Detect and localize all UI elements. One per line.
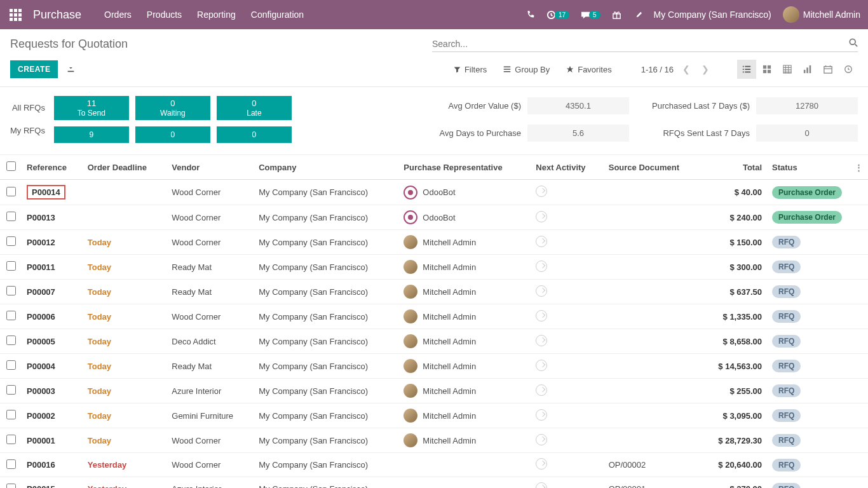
- dash-metric-value[interactable]: 4350.1: [527, 97, 629, 114]
- row-activity[interactable]: [531, 280, 603, 304]
- col-status-h[interactable]: Status: [767, 155, 850, 180]
- table-row[interactable]: P00014Wood CornerMy Company (San Francis…: [0, 180, 868, 205]
- table-row[interactable]: P00012TodayWood CornerMy Company (San Fr…: [0, 230, 868, 255]
- row-activity[interactable]: [531, 304, 603, 329]
- table-row[interactable]: P00016YesterdayWood CornerMy Company (Sa…: [0, 453, 868, 477]
- search-icon[interactable]: [849, 38, 858, 49]
- clock-icon: [536, 434, 547, 445]
- dash-metric-value[interactable]: 5.6: [527, 125, 629, 142]
- dash-metric-value[interactable]: 12780: [756, 97, 858, 114]
- svg-rect-6: [768, 70, 771, 73]
- search-input[interactable]: [432, 39, 849, 49]
- row-activity[interactable]: [531, 329, 603, 354]
- table-row[interactable]: P00005TodayDeco AddictMy Company (San Fr…: [0, 329, 868, 354]
- nav-orders[interactable]: Orders: [104, 10, 132, 20]
- gift-icon[interactable]: [612, 10, 621, 20]
- col-activity[interactable]: Next Activity: [531, 155, 603, 180]
- row-rep: Mitchell Admin: [398, 354, 531, 379]
- table-row[interactable]: P00013Wood CornerMy Company (San Francis…: [0, 205, 868, 230]
- nav-configuration[interactable]: Configuration: [251, 10, 304, 20]
- row-activity[interactable]: [531, 230, 603, 255]
- col-total[interactable]: Total: [702, 155, 767, 180]
- row-activity[interactable]: [531, 428, 603, 453]
- row-checkbox[interactable]: [6, 385, 16, 395]
- rep-name: Mitchell Admin: [423, 362, 476, 371]
- dash-card-my-2[interactable]: 0: [217, 126, 292, 143]
- view-kanban-button[interactable]: [757, 60, 776, 79]
- row-checkbox[interactable]: [6, 336, 16, 345]
- favorites-button[interactable]: Favorites: [566, 65, 611, 74]
- row-activity[interactable]: [531, 379, 603, 403]
- row-checkbox[interactable]: [6, 236, 16, 246]
- row-activity[interactable]: [531, 180, 603, 205]
- col-rep[interactable]: Purchase Representative: [398, 155, 531, 180]
- col-source[interactable]: Source Document: [604, 155, 702, 180]
- apps-menu-button[interactable]: [8, 7, 23, 22]
- row-source: [604, 379, 702, 403]
- user-menu[interactable]: Mitchell Admin: [783, 6, 860, 23]
- row-activity[interactable]: [531, 255, 603, 280]
- dash-card-my-1[interactable]: 0: [135, 126, 210, 143]
- phone-icon[interactable]: [526, 10, 535, 19]
- row-checkbox[interactable]: [6, 187, 16, 196]
- row-checkbox[interactable]: [6, 484, 16, 489]
- row-checkbox[interactable]: [6, 311, 16, 320]
- dash-card-waiting[interactable]: 0Waiting: [135, 96, 210, 120]
- view-activity-button[interactable]: [839, 60, 858, 79]
- select-all-checkbox[interactable]: [6, 161, 16, 171]
- table-row[interactable]: P00007TodayReady MatMy Company (San Fran…: [0, 280, 868, 304]
- clock-icon: [536, 236, 547, 247]
- row-checkbox[interactable]: [6, 212, 16, 221]
- view-graph-button[interactable]: [798, 60, 817, 79]
- filters-button[interactable]: Filters: [454, 65, 487, 74]
- groupby-button[interactable]: Group By: [503, 65, 550, 74]
- table-row[interactable]: P00006TodayWood CornerMy Company (San Fr…: [0, 304, 868, 329]
- create-button[interactable]: CREATE: [10, 60, 58, 78]
- table-row[interactable]: P00002TodayGemini FurnitureMy Company (S…: [0, 403, 868, 428]
- row-checkbox[interactable]: [6, 360, 16, 370]
- row-checkbox[interactable]: [6, 459, 16, 469]
- activities-icon[interactable]: 17: [546, 10, 569, 20]
- view-calendar-button[interactable]: [818, 60, 837, 79]
- app-name[interactable]: Purchase: [33, 8, 81, 22]
- row-checkbox[interactable]: [6, 410, 16, 419]
- table-row[interactable]: P00001TodayWood CornerMy Company (San Fr…: [0, 428, 868, 453]
- col-deadline[interactable]: Order Deadline: [83, 155, 167, 180]
- row-activity[interactable]: [531, 354, 603, 379]
- dash-metric-value[interactable]: 0: [756, 125, 858, 142]
- table-row[interactable]: P00004TodayReady MatMy Company (San Fran…: [0, 354, 868, 379]
- row-source: [604, 304, 702, 329]
- dash-card-late[interactable]: 0Late: [217, 96, 292, 120]
- row-checkbox[interactable]: [6, 261, 16, 271]
- table-row[interactable]: P00015YesterdayAzure InteriorMy Company …: [0, 477, 868, 489]
- nav-products[interactable]: Products: [147, 10, 182, 20]
- table-row[interactable]: P00011TodayReady MatMy Company (San Fran…: [0, 255, 868, 280]
- view-pivot-button[interactable]: [778, 60, 797, 79]
- row-activity[interactable]: [531, 205, 603, 230]
- row-activity[interactable]: [531, 403, 603, 428]
- search-bar[interactable]: [432, 36, 858, 52]
- nav-reporting[interactable]: Reporting: [197, 10, 236, 20]
- table-scroll[interactable]: Reference Order Deadline Vendor Company …: [0, 155, 868, 488]
- col-reference[interactable]: Reference: [22, 155, 83, 180]
- row-checkbox[interactable]: [6, 435, 16, 444]
- tools-icon[interactable]: [633, 10, 642, 20]
- row-vendor: Gemini Furniture: [166, 403, 254, 428]
- row-activity[interactable]: [531, 477, 603, 489]
- col-company[interactable]: Company: [254, 155, 398, 180]
- row-activity[interactable]: [531, 453, 603, 477]
- pager-prev-button[interactable]: ❮: [680, 62, 693, 77]
- svg-rect-5: [763, 70, 766, 73]
- row-reference: P00012: [22, 230, 83, 255]
- view-list-button[interactable]: [737, 60, 756, 79]
- import-button[interactable]: [67, 64, 75, 74]
- dash-card-to-send[interactable]: 11To Send: [54, 96, 129, 120]
- col-vendor[interactable]: Vendor: [166, 155, 254, 180]
- messages-icon[interactable]: 5: [581, 10, 600, 20]
- table-row[interactable]: P00003TodayAzure InteriorMy Company (San…: [0, 379, 868, 403]
- dash-card-my-0[interactable]: 9: [54, 126, 129, 143]
- pager-next-button[interactable]: ❯: [699, 62, 712, 77]
- company-switcher[interactable]: My Company (San Francisco): [654, 10, 771, 20]
- row-checkbox[interactable]: [6, 286, 16, 295]
- col-options-button[interactable]: ⋮: [850, 155, 868, 180]
